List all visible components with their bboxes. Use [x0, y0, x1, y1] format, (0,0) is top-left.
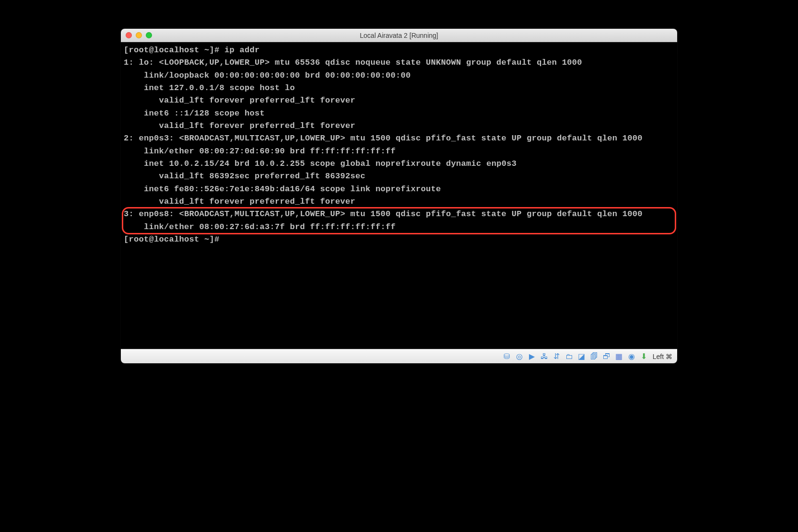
output-line: valid_lft forever preferred_lft forever [124, 96, 355, 105]
traffic-lights [126, 32, 152, 38]
video-capture-icon[interactable]: ▶ [527, 352, 537, 361]
network-icon[interactable]: 🖧 [540, 352, 549, 361]
terminal-output[interactable]: [root@localhost ~]# ip addr 1: lo: <LOOP… [121, 42, 677, 349]
shell-command: ip addr [224, 46, 260, 55]
output-line: 3: enp0s8: <BROADCAST,MULTICAST,UP,LOWER… [124, 209, 643, 219]
optical-drive-icon[interactable]: ◎ [515, 352, 524, 361]
close-button[interactable] [126, 32, 132, 38]
output-line: valid_lft forever preferred_lft forever [124, 197, 355, 206]
minimize-button[interactable] [136, 32, 142, 38]
highlighted-interface: 3: enp0s8: <BROADCAST,MULTICAST,UP,LOWER… [124, 208, 674, 233]
shell-prompt: [root@localhost ~]# [124, 235, 224, 244]
output-line: 2: enp0s3: <BROADCAST,MULTICAST,UP,LOWER… [124, 134, 643, 143]
display-icon[interactable]: ◪ [577, 352, 587, 361]
terminal-cursor [224, 235, 229, 244]
output-line: link/loopback 00:00:00:00:00:00 brd 00:0… [124, 71, 411, 80]
output-line: valid_lft 86392sec preferred_lft 86392se… [124, 172, 365, 181]
output-line: inet 10.0.2.15/24 brd 10.0.2.255 scope g… [124, 159, 516, 168]
clipboard-icon[interactable]: 🗐 [589, 352, 599, 361]
output-line: valid_lft forever preferred_lft forever [124, 121, 355, 130]
vm-window: Local Airavata 2 [Running] [root@localho… [121, 29, 677, 363]
mouse-integration-icon[interactable]: ◉ [627, 352, 636, 361]
usb-icon[interactable]: ⇵ [552, 352, 562, 361]
output-line: inet6 ::1/128 scope host [124, 109, 270, 118]
output-line: inet 127.0.0.1/8 scope host lo [124, 83, 295, 93]
output-line: inet6 fe80::526e:7e1e:849b:da16/64 scope… [124, 185, 446, 194]
drag-drop-icon[interactable]: 🗗 [602, 352, 611, 361]
window-title: Local Airavata 2 [Running] [360, 32, 438, 39]
download-icon[interactable]: ⬇ [639, 352, 649, 361]
vm-statusbar: ⛁ ◎ ▶ 🖧 ⇵ 🗀 ◪ 🗐 🗗 ▦ ◉ ⬇ Left ⌘ [121, 349, 677, 363]
shell-prompt: [root@localhost ~]# [124, 46, 224, 55]
output-line: link/ether 08:00:27:0d:60:90 brd ff:ff:f… [124, 147, 396, 156]
shared-folder-icon[interactable]: 🗀 [564, 352, 574, 361]
zoom-button[interactable] [146, 32, 152, 38]
titlebar[interactable]: Local Airavata 2 [Running] [121, 29, 677, 42]
host-key-indicator: Left ⌘ [653, 353, 672, 360]
output-line: 1: lo: <LOOPBACK,UP,LOWER_UP> mtu 65536 … [124, 58, 582, 67]
chipset-icon[interactable]: ▦ [614, 352, 624, 361]
output-line: link/ether 08:00:27:6d:a3:7f brd ff:ff:f… [124, 222, 396, 231]
hdd-icon[interactable]: ⛁ [502, 352, 512, 361]
